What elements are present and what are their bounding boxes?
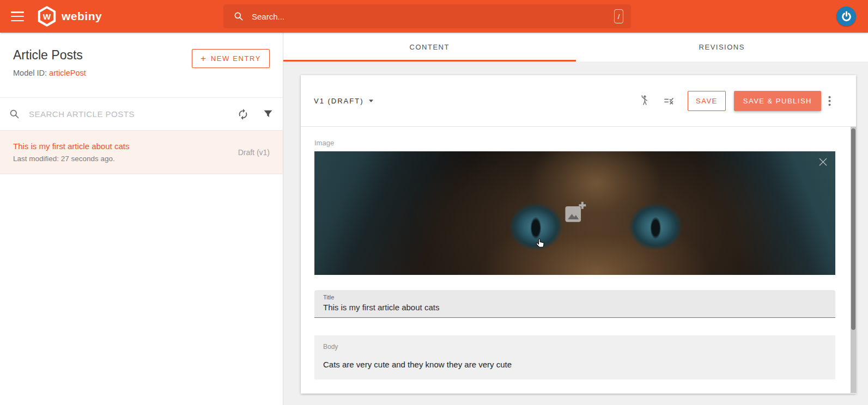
save-and-publish-button[interactable]: SAVE & PUBLISH <box>734 91 821 111</box>
entry-status-badge: Draft (v1) <box>238 148 270 157</box>
search-icon <box>9 108 20 120</box>
power-icon <box>840 10 853 23</box>
add-image-icon <box>562 200 588 226</box>
entries-search-row <box>0 98 283 131</box>
filter-button[interactable] <box>262 108 274 120</box>
title-field[interactable]: Title This is my first article about cat… <box>314 290 835 318</box>
rules-check-x-icon <box>663 94 676 107</box>
image-field-preview[interactable] <box>314 151 835 275</box>
sidebar-header: Article Posts Model ID: articlePost + NE… <box>0 33 283 98</box>
request-review-person-button[interactable] <box>638 94 651 107</box>
body-field-value[interactable]: Cats are very cute and they know they ar… <box>323 360 827 369</box>
body-field-label: Body <box>323 343 827 351</box>
kebab-menu-icon <box>828 96 831 106</box>
person-waving-icon <box>638 94 651 107</box>
refresh-button[interactable] <box>237 108 249 120</box>
chevron-down-icon <box>369 100 373 102</box>
title-field-label: Title <box>323 294 827 300</box>
review-checklist-button[interactable] <box>663 94 676 107</box>
close-icon <box>817 156 829 168</box>
entry-form-card: V1 (DRAFT) <box>301 75 856 394</box>
filter-funnel-icon <box>262 108 274 120</box>
top-app-bar: W webiny / <box>0 0 868 33</box>
search-shortcut-badge: / <box>614 9 623 23</box>
save-button[interactable]: SAVE <box>688 91 726 111</box>
user-avatar[interactable] <box>836 7 856 26</box>
model-id-line: Model ID: articlePost <box>13 69 270 77</box>
image-field-label: Image <box>314 139 835 147</box>
global-search-input[interactable] <box>252 12 614 21</box>
logo-text: webiny <box>62 10 102 23</box>
entry-editor-area: CONTENT REVISIONS V1 (DRAFT) <box>283 33 868 405</box>
entry-title: This is my first article about cats <box>13 142 129 151</box>
title-field-value[interactable]: This is my first article about cats <box>323 303 827 312</box>
body-field[interactable]: Body Cats are very cute and they know th… <box>314 335 835 379</box>
plus-icon: + <box>201 55 206 62</box>
refresh-icon <box>237 108 249 120</box>
entry-form-toolbar: V1 (DRAFT) <box>301 75 856 127</box>
webiny-logo[interactable]: W webiny <box>37 5 102 27</box>
model-id-label: Model ID: <box>13 69 47 77</box>
tab-revisions[interactable]: REVISIONS <box>576 33 868 62</box>
form-scrollbar-track[interactable] <box>851 127 856 393</box>
hand-cursor <box>536 238 546 250</box>
search-icon <box>233 11 244 22</box>
model-id-value: articlePost <box>49 69 86 77</box>
remove-image-button[interactable] <box>817 156 829 169</box>
entry-texts: This is my first article about cats Last… <box>13 142 129 163</box>
webiny-hexagon-icon: W <box>37 5 57 27</box>
entry-form-scroll-area: Image <box>301 127 856 393</box>
entries-sidebar: Article Posts Model ID: articlePost + NE… <box>0 33 283 405</box>
entry-last-modified: Last modified: 27 seconds ago. <box>13 155 129 163</box>
menu-hamburger-icon[interactable] <box>11 11 24 21</box>
more-options-button[interactable] <box>828 96 831 106</box>
new-entry-label: NEW ENTRY <box>211 54 261 63</box>
editor-tabs: CONTENT REVISIONS <box>283 33 868 62</box>
global-search-bar[interactable]: / <box>223 4 631 28</box>
editor-canvas: V1 (DRAFT) <box>283 62 868 405</box>
revision-label: V1 (DRAFT) <box>314 97 364 105</box>
entries-search-input[interactable] <box>29 109 224 119</box>
new-entry-button[interactable]: + NEW ENTRY <box>192 49 270 68</box>
revision-selector[interactable]: V1 (DRAFT) <box>314 97 373 105</box>
entry-list-item[interactable]: This is my first article about cats Last… <box>0 131 283 174</box>
svg-text:W: W <box>43 12 51 21</box>
form-scrollbar-thumb[interactable] <box>851 128 855 330</box>
tab-content[interactable]: CONTENT <box>283 33 576 62</box>
